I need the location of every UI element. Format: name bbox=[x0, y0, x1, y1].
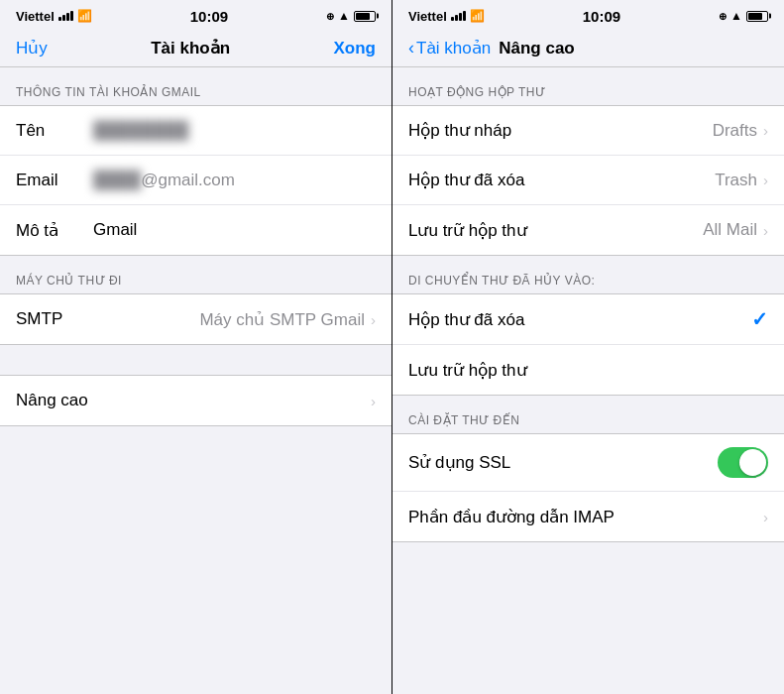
mota-value: Gmail bbox=[85, 220, 376, 240]
list-item-email[interactable]: Email ████@gmail.com bbox=[0, 156, 392, 205]
left-signal bbox=[58, 11, 73, 21]
luu-right: All Mail › bbox=[703, 220, 768, 240]
r-bar4 bbox=[463, 11, 466, 21]
r-bar1 bbox=[451, 17, 454, 21]
left-time: 10:09 bbox=[190, 8, 228, 25]
section-gap bbox=[0, 345, 392, 375]
list-item-ten[interactable]: Tên ████████ bbox=[0, 106, 392, 156]
account-list: Tên ████████ Email ████@gmail.com Mô tả … bbox=[0, 105, 392, 256]
imap-chevron: › bbox=[763, 509, 768, 525]
right-signal bbox=[451, 11, 466, 21]
back-button[interactable]: ‹ Tài khoản bbox=[408, 38, 491, 58]
left-carrier: Viettel bbox=[16, 9, 55, 24]
email-value: ████@gmail.com bbox=[85, 171, 376, 190]
left-signal-icon: ▲ bbox=[338, 9, 350, 23]
cancel-button[interactable]: Hủy bbox=[16, 38, 48, 58]
smtp-right: Máy chủ SMTP Gmail › bbox=[199, 309, 376, 330]
right-signal-icon: ▲ bbox=[730, 9, 742, 23]
xoa-label: Hộp thư đã xóa bbox=[408, 170, 524, 190]
right-status-right: ⊕ ▲ bbox=[719, 9, 768, 23]
right-nav-title: Nâng cao bbox=[499, 39, 575, 58]
left-status-left: Viettel 📶 bbox=[16, 9, 92, 24]
list-item-mota[interactable]: Mô tả Gmail bbox=[0, 205, 392, 255]
right-wifi-icon: 📶 bbox=[470, 9, 485, 23]
back-chevron-icon: ‹ bbox=[408, 38, 414, 58]
r-bar3 bbox=[459, 13, 462, 21]
left-battery-fill bbox=[356, 13, 370, 20]
nhap-label: Hộp thư nháp bbox=[408, 120, 511, 141]
incoming-section-header: CÀI ĐẶT THƯ ĐẾN bbox=[392, 396, 784, 433]
left-location-icon: ⊕ bbox=[326, 11, 334, 22]
bar4 bbox=[70, 11, 73, 21]
luu-chevron: › bbox=[763, 222, 768, 239]
list-item-xoa[interactable]: Hộp thư đã xóa Trash › bbox=[392, 156, 784, 205]
move-luu-label: Lưu trữ hộp thư bbox=[408, 360, 768, 381]
left-nav-bar: Hủy Tài khoản Xong bbox=[0, 30, 392, 67]
smtp-value: Máy chủ SMTP Gmail bbox=[199, 309, 365, 330]
xoa-right: Trash › bbox=[715, 171, 768, 190]
luu-label: Lưu trữ hộp thư bbox=[408, 220, 527, 241]
left-panel: Viettel 📶 10:09 ⊕ ▲ Hủy Tài khoản Xong T… bbox=[0, 0, 392, 694]
move-xoa-label: Hộp thư đã xóa bbox=[408, 309, 751, 330]
advanced-label: Nâng cao bbox=[16, 391, 88, 410]
right-time: 10:09 bbox=[583, 8, 620, 25]
advanced-chevron: › bbox=[371, 393, 376, 409]
left-status-bar: Viettel 📶 10:09 ⊕ ▲ bbox=[0, 0, 392, 30]
left-battery bbox=[354, 11, 376, 22]
bar2 bbox=[62, 15, 65, 21]
right-carrier: Viettel bbox=[408, 9, 447, 24]
move-section-header: DI CHUYỂN THƯ ĐÃ HỦY VÀO: bbox=[392, 256, 784, 293]
ten-value: ████████ bbox=[85, 121, 376, 141]
smtp-label: SMTP bbox=[16, 309, 85, 329]
nhap-right: Drafts › bbox=[713, 121, 768, 141]
right-status-bar: Viettel 📶 10:09 ⊕ ▲ bbox=[392, 0, 784, 30]
right-status-left: Viettel 📶 bbox=[408, 9, 485, 24]
list-item-move-xoa[interactable]: Hộp thư đã xóa ✓ bbox=[392, 294, 784, 345]
nhap-value: Drafts bbox=[713, 121, 757, 141]
list-item-move-luu[interactable]: Lưu trữ hộp thư bbox=[392, 345, 784, 395]
smtp-chevron: › bbox=[371, 311, 376, 328]
xoa-chevron: › bbox=[763, 172, 768, 188]
ssl-toggle[interactable] bbox=[718, 447, 768, 478]
smtp-section-header: MÁY CHỦ THƯ ĐI bbox=[0, 256, 392, 293]
left-nav-title: Tài khoản bbox=[151, 38, 230, 58]
right-battery-fill bbox=[748, 13, 762, 20]
luu-value: All Mail bbox=[703, 220, 757, 240]
list-item-smtp[interactable]: SMTP Máy chủ SMTP Gmail › bbox=[0, 294, 392, 344]
move-list: Hộp thư đã xóa ✓ Lưu trữ hộp thư bbox=[392, 293, 784, 396]
smtp-list: SMTP Máy chủ SMTP Gmail › bbox=[0, 293, 392, 345]
bar3 bbox=[66, 13, 69, 21]
right-nav-bar: ‹ Tài khoản Nâng cao bbox=[392, 30, 784, 67]
bar1 bbox=[58, 17, 61, 21]
incoming-list: Sử dụng SSL Phần đầu đường dẫn IMAP › bbox=[392, 433, 784, 542]
mailbox-section-header: HOẠT ĐỘNG HỘP THƯ bbox=[392, 67, 784, 105]
done-button[interactable]: Xong bbox=[334, 39, 377, 58]
list-item-luu[interactable]: Lưu trữ hộp thư All Mail › bbox=[392, 205, 784, 255]
list-item-nhap[interactable]: Hộp thư nháp Drafts › bbox=[392, 106, 784, 156]
email-label: Email bbox=[16, 171, 85, 190]
right-battery bbox=[746, 11, 768, 22]
list-item-imap[interactable]: Phần đầu đường dẫn IMAP › bbox=[392, 492, 784, 541]
xoa-value: Trash bbox=[715, 171, 757, 190]
imap-label: Phần đầu đường dẫn IMAP bbox=[408, 507, 761, 527]
ten-label: Tên bbox=[16, 121, 85, 141]
r-bar2 bbox=[455, 15, 458, 21]
checkmark-icon: ✓ bbox=[751, 307, 768, 331]
account-section-header: THÔNG TIN TÀI KHOẢN GMAIL bbox=[0, 67, 392, 105]
mailbox-list: Hộp thư nháp Drafts › Hộp thư đã xóa Tra… bbox=[392, 105, 784, 256]
ssl-label: Sử dụng SSL bbox=[408, 452, 718, 473]
right-panel: Viettel 📶 10:09 ⊕ ▲ ‹ Tài khoản Nâng cao… bbox=[392, 0, 784, 694]
left-status-right: ⊕ ▲ bbox=[326, 9, 376, 23]
list-item-advanced[interactable]: Nâng cao › bbox=[0, 376, 392, 425]
toggle-knob bbox=[739, 449, 766, 476]
mota-label: Mô tả bbox=[16, 220, 85, 241]
advanced-list: Nâng cao › bbox=[0, 375, 392, 426]
back-label: Tài khoản bbox=[416, 38, 491, 58]
list-item-ssl[interactable]: Sử dụng SSL bbox=[392, 434, 784, 492]
left-wifi-icon: 📶 bbox=[77, 9, 92, 23]
right-location-icon: ⊕ bbox=[719, 11, 727, 22]
nhap-chevron: › bbox=[763, 122, 768, 139]
